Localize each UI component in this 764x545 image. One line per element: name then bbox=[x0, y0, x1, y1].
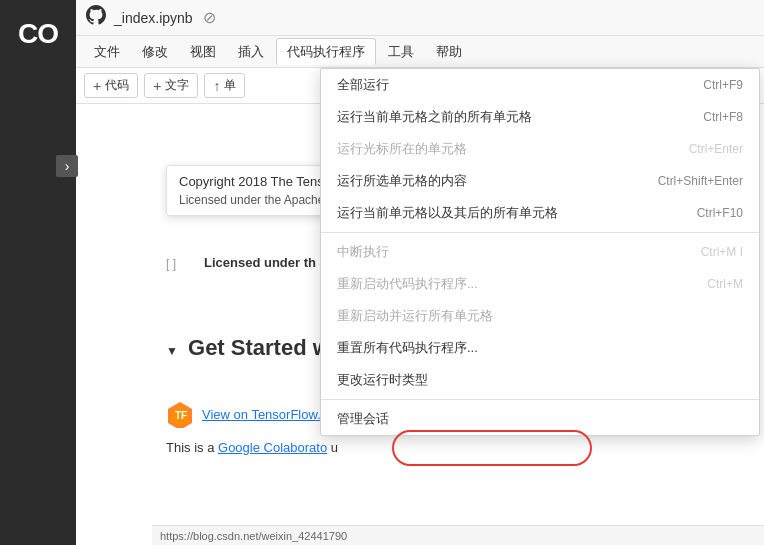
tensorflow-icon: TF bbox=[166, 400, 194, 428]
github-icon bbox=[86, 5, 106, 30]
co-logo: CO bbox=[18, 18, 58, 50]
upload-button[interactable]: ↑ 单 bbox=[204, 73, 245, 98]
menu-run-selected[interactable]: 运行所选单元格的内容 Ctrl+Shift+Enter bbox=[321, 165, 759, 197]
menu-insert[interactable]: 插入 bbox=[228, 39, 274, 65]
menu-run-after[interactable]: 运行当前单元格以及其后的所有单元格 Ctrl+F10 bbox=[321, 197, 759, 229]
add-text-button[interactable]: + 文字 bbox=[144, 73, 198, 98]
menu-run-selected-shortcut: Ctrl+Shift+Enter bbox=[658, 174, 743, 188]
menu-run-all-shortcut: Ctrl+F9 bbox=[703, 78, 743, 92]
menu-manage-sessions-label: 管理会话 bbox=[337, 410, 389, 428]
collapse-icon[interactable]: ▼ bbox=[166, 344, 178, 358]
menu-file[interactable]: 文件 bbox=[84, 39, 130, 65]
menu-runtime[interactable]: 代码执行程序 bbox=[276, 38, 376, 65]
upload-label: 单 bbox=[224, 77, 236, 94]
topbar-title: _index.ipynb bbox=[114, 10, 193, 26]
menu-run-after-label: 运行当前单元格以及其后的所有单元格 bbox=[337, 204, 558, 222]
menu-interrupt-shortcut: Ctrl+M I bbox=[701, 245, 743, 259]
menu-run-all-label: 全部运行 bbox=[337, 76, 389, 94]
menu-restart-shortcut: Ctrl+M bbox=[707, 277, 743, 291]
colab-row: This is a Google Colaborato u bbox=[166, 440, 754, 455]
menu-interrupt-label: 中断执行 bbox=[337, 243, 389, 261]
menu-divider-1 bbox=[321, 232, 759, 233]
svg-text:TF: TF bbox=[175, 410, 187, 421]
main-area: _index.ipynb ⊘ 文件 修改 视图 插入 代码执行程序 工具 帮助 … bbox=[76, 0, 764, 545]
menu-run-selected-label: 运行所选单元格的内容 bbox=[337, 172, 467, 190]
menu-restart-label: 重新启动代码执行程序... bbox=[337, 275, 478, 293]
plus-icon: + bbox=[93, 78, 101, 94]
menu-run-before[interactable]: 运行当前单元格之前的所有单元格 Ctrl+F8 bbox=[321, 101, 759, 133]
menu-change-runtime-label: 更改运行时类型 bbox=[337, 371, 428, 389]
sidebar-toggle[interactable]: › bbox=[56, 155, 78, 177]
cell-content: Licensed under th bbox=[204, 255, 316, 270]
code-label: 代码 bbox=[105, 77, 129, 94]
topbar: _index.ipynb ⊘ bbox=[76, 0, 764, 36]
menu-run-cursor-label: 运行光标所在的单元格 bbox=[337, 140, 467, 158]
menu-reset-all[interactable]: 重置所有代码执行程序... bbox=[321, 332, 759, 364]
text-label: 文字 bbox=[165, 77, 189, 94]
menubar: 文件 修改 视图 插入 代码执行程序 工具 帮助 bbox=[76, 36, 764, 68]
add-code-button[interactable]: + 代码 bbox=[84, 73, 138, 98]
cell-bold-text: Licensed under th bbox=[204, 255, 316, 270]
menu-view[interactable]: 视图 bbox=[180, 39, 226, 65]
menu-divider-2 bbox=[321, 399, 759, 400]
menu-edit[interactable]: 修改 bbox=[132, 39, 178, 65]
sidebar: CO bbox=[0, 0, 76, 545]
tensorflow-link[interactable]: View on TensorFlow.org bbox=[202, 407, 340, 422]
menu-tools[interactable]: 工具 bbox=[378, 39, 424, 65]
colab-prefix: This is a bbox=[166, 440, 218, 455]
menu-run-all[interactable]: 全部运行 Ctrl+F9 bbox=[321, 69, 759, 101]
plus-icon2: + bbox=[153, 78, 161, 94]
colab-link[interactable]: Google Colaborato bbox=[218, 440, 327, 455]
cell-bracket: [ ] bbox=[166, 255, 196, 271]
menu-restart-all-label: 重新启动并运行所有单元格 bbox=[337, 307, 493, 325]
statusbar-url: https://blog.csdn.net/weixin_42441790 bbox=[160, 530, 347, 542]
menu-help[interactable]: 帮助 bbox=[426, 39, 472, 65]
upload-icon: ↑ bbox=[213, 78, 220, 94]
menu-run-cursor: 运行光标所在的单元格 Ctrl+Enter bbox=[321, 133, 759, 165]
menu-manage-sessions[interactable]: 管理会话 bbox=[321, 403, 759, 435]
menu-run-cursor-shortcut: Ctrl+Enter bbox=[689, 142, 743, 156]
menu-run-after-shortcut: Ctrl+F10 bbox=[697, 206, 743, 220]
menu-restart-all: 重新启动并运行所有单元格 bbox=[321, 300, 759, 332]
statusbar: https://blog.csdn.net/weixin_42441790 bbox=[152, 525, 764, 545]
menu-change-runtime[interactable]: 更改运行时类型 bbox=[321, 364, 759, 396]
menu-reset-all-label: 重置所有代码执行程序... bbox=[337, 339, 478, 357]
warning-icon: ⊘ bbox=[203, 8, 216, 27]
menu-interrupt: 中断执行 Ctrl+M I bbox=[321, 236, 759, 268]
runtime-dropdown: 全部运行 Ctrl+F9 运行当前单元格之前的所有单元格 Ctrl+F8 运行光… bbox=[320, 68, 760, 436]
menu-restart: 重新启动代码执行程序... Ctrl+M bbox=[321, 268, 759, 300]
menu-run-before-label: 运行当前单元格之前的所有单元格 bbox=[337, 108, 532, 126]
menu-run-before-shortcut: Ctrl+F8 bbox=[703, 110, 743, 124]
